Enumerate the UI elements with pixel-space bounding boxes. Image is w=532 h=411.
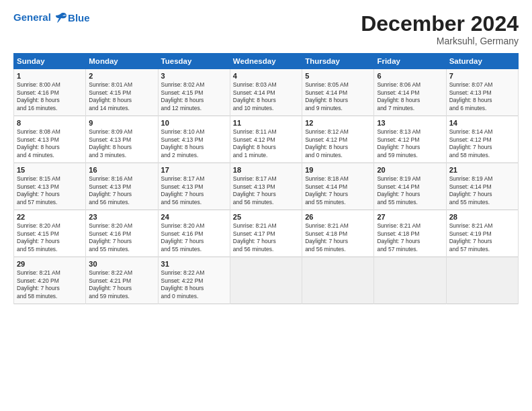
calendar-cell: 21Sunrise: 8:19 AM Sunset: 4:14 PM Dayli… bbox=[446, 163, 518, 210]
day-info-text: Sunrise: 8:21 AM Sunset: 4:18 PM Dayligh… bbox=[305, 222, 371, 253]
day-info-text: Sunrise: 8:16 AM Sunset: 4:13 PM Dayligh… bbox=[89, 175, 154, 206]
calendar-cell: 12Sunrise: 8:12 AM Sunset: 4:12 PM Dayli… bbox=[302, 116, 374, 163]
month-title: December 2024 bbox=[361, 12, 519, 36]
day-number: 1 bbox=[17, 72, 83, 80]
calendar-cell bbox=[230, 257, 302, 304]
day-header-row: Sunday Monday Tuesday Wednesday Thursday… bbox=[14, 54, 519, 69]
calendar-week-row: 1Sunrise: 8:00 AM Sunset: 4:16 PM Daylig… bbox=[14, 69, 519, 116]
day-info-text: Sunrise: 8:22 AM Sunset: 4:22 PM Dayligh… bbox=[161, 269, 227, 300]
day-number: 24 bbox=[161, 213, 227, 221]
calendar-week-row: 15Sunrise: 8:15 AM Sunset: 4:13 PM Dayli… bbox=[14, 163, 519, 210]
title-area: December 2024 Marksuhl, Germany bbox=[361, 12, 519, 46]
calendar-cell: 14Sunrise: 8:14 AM Sunset: 4:12 PM Dayli… bbox=[446, 116, 518, 163]
calendar-cell: 1Sunrise: 8:00 AM Sunset: 4:16 PM Daylig… bbox=[14, 69, 86, 116]
calendar-page: General Blue December 2024 Marksuhl, Ger… bbox=[0, 0, 532, 411]
day-number: 11 bbox=[233, 119, 299, 127]
header-saturday: Saturday bbox=[446, 54, 518, 69]
day-info-text: Sunrise: 8:07 AM Sunset: 4:13 PM Dayligh… bbox=[449, 81, 515, 112]
calendar-cell: 24Sunrise: 8:20 AM Sunset: 4:16 PM Dayli… bbox=[158, 210, 230, 257]
day-number: 21 bbox=[449, 166, 515, 174]
header: General Blue December 2024 Marksuhl, Ger… bbox=[13, 12, 519, 46]
calendar-cell: 18Sunrise: 8:17 AM Sunset: 4:13 PM Dayli… bbox=[230, 163, 302, 210]
calendar-cell: 22Sunrise: 8:20 AM Sunset: 4:15 PM Dayli… bbox=[14, 210, 86, 257]
calendar-week-row: 8Sunrise: 8:08 AM Sunset: 4:13 PM Daylig… bbox=[14, 116, 519, 163]
header-thursday: Thursday bbox=[302, 54, 374, 69]
calendar-cell bbox=[302, 257, 374, 304]
calendar-cell: 27Sunrise: 8:21 AM Sunset: 4:18 PM Dayli… bbox=[374, 210, 446, 257]
calendar-cell: 17Sunrise: 8:17 AM Sunset: 4:13 PM Dayli… bbox=[158, 163, 230, 210]
day-number: 20 bbox=[377, 166, 443, 174]
day-info-text: Sunrise: 8:20 AM Sunset: 4:16 PM Dayligh… bbox=[161, 222, 227, 253]
day-number: 19 bbox=[305, 166, 371, 174]
day-number: 6 bbox=[377, 72, 443, 80]
day-number: 13 bbox=[377, 119, 443, 127]
day-info-text: Sunrise: 8:03 AM Sunset: 4:14 PM Dayligh… bbox=[233, 81, 299, 112]
calendar-cell: 13Sunrise: 8:13 AM Sunset: 4:12 PM Dayli… bbox=[374, 116, 446, 163]
calendar-cell: 4Sunrise: 8:03 AM Sunset: 4:14 PM Daylig… bbox=[230, 69, 302, 116]
day-info-text: Sunrise: 8:17 AM Sunset: 4:13 PM Dayligh… bbox=[161, 175, 227, 206]
day-info-text: Sunrise: 8:22 AM Sunset: 4:21 PM Dayligh… bbox=[89, 269, 154, 300]
calendar-cell: 11Sunrise: 8:11 AM Sunset: 4:12 PM Dayli… bbox=[230, 116, 302, 163]
calendar-cell: 20Sunrise: 8:19 AM Sunset: 4:14 PM Dayli… bbox=[374, 163, 446, 210]
calendar-week-row: 29Sunrise: 8:21 AM Sunset: 4:20 PM Dayli… bbox=[14, 257, 519, 304]
day-number: 29 bbox=[17, 260, 83, 268]
logo: General Blue bbox=[13, 12, 90, 24]
day-number: 30 bbox=[89, 260, 154, 268]
day-info-text: Sunrise: 8:13 AM Sunset: 4:12 PM Dayligh… bbox=[377, 128, 443, 159]
day-number: 4 bbox=[233, 72, 299, 80]
day-number: 16 bbox=[89, 166, 154, 174]
day-info-text: Sunrise: 8:05 AM Sunset: 4:14 PM Dayligh… bbox=[305, 81, 371, 112]
day-info-text: Sunrise: 8:11 AM Sunset: 4:12 PM Dayligh… bbox=[233, 128, 299, 159]
day-number: 28 bbox=[449, 213, 515, 221]
calendar-cell: 31Sunrise: 8:22 AM Sunset: 4:22 PM Dayli… bbox=[158, 257, 230, 304]
calendar-cell: 15Sunrise: 8:15 AM Sunset: 4:13 PM Dayli… bbox=[14, 163, 86, 210]
day-info-text: Sunrise: 8:08 AM Sunset: 4:13 PM Dayligh… bbox=[17, 128, 83, 159]
day-number: 14 bbox=[449, 119, 515, 127]
calendar-cell: 10Sunrise: 8:10 AM Sunset: 4:13 PM Dayli… bbox=[158, 116, 230, 163]
day-number: 15 bbox=[17, 166, 83, 174]
day-info-text: Sunrise: 8:20 AM Sunset: 4:16 PM Dayligh… bbox=[89, 222, 154, 253]
day-info-text: Sunrise: 8:17 AM Sunset: 4:13 PM Dayligh… bbox=[233, 175, 299, 206]
day-info-text: Sunrise: 8:12 AM Sunset: 4:12 PM Dayligh… bbox=[305, 128, 371, 159]
calendar-cell: 9Sunrise: 8:09 AM Sunset: 4:13 PM Daylig… bbox=[86, 116, 158, 163]
logo-general: General bbox=[13, 11, 51, 23]
day-number: 31 bbox=[161, 260, 227, 268]
day-info-text: Sunrise: 8:18 AM Sunset: 4:14 PM Dayligh… bbox=[305, 175, 371, 206]
calendar-cell: 30Sunrise: 8:22 AM Sunset: 4:21 PM Dayli… bbox=[86, 257, 158, 304]
calendar-cell bbox=[374, 257, 446, 304]
day-info-text: Sunrise: 8:21 AM Sunset: 4:19 PM Dayligh… bbox=[449, 222, 515, 253]
day-info-text: Sunrise: 8:09 AM Sunset: 4:13 PM Dayligh… bbox=[89, 128, 154, 159]
calendar-cell: 19Sunrise: 8:18 AM Sunset: 4:14 PM Dayli… bbox=[302, 163, 374, 210]
day-number: 12 bbox=[305, 119, 371, 127]
calendar-cell: 29Sunrise: 8:21 AM Sunset: 4:20 PM Dayli… bbox=[14, 257, 86, 304]
day-info-text: Sunrise: 8:02 AM Sunset: 4:15 PM Dayligh… bbox=[161, 81, 227, 112]
day-number: 8 bbox=[17, 119, 83, 127]
calendar-cell: 23Sunrise: 8:20 AM Sunset: 4:16 PM Dayli… bbox=[86, 210, 158, 257]
day-info-text: Sunrise: 8:14 AM Sunset: 4:12 PM Dayligh… bbox=[449, 128, 515, 159]
logo-blue: Blue bbox=[68, 13, 90, 24]
header-monday: Monday bbox=[86, 54, 158, 69]
day-number: 17 bbox=[161, 166, 227, 174]
day-number: 2 bbox=[89, 72, 154, 80]
day-number: 10 bbox=[161, 119, 227, 127]
day-number: 25 bbox=[233, 213, 299, 221]
day-number: 27 bbox=[377, 213, 443, 221]
day-info-text: Sunrise: 8:21 AM Sunset: 4:18 PM Dayligh… bbox=[377, 222, 443, 253]
calendar-cell: 3Sunrise: 8:02 AM Sunset: 4:15 PM Daylig… bbox=[158, 69, 230, 116]
calendar-cell: 16Sunrise: 8:16 AM Sunset: 4:13 PM Dayli… bbox=[86, 163, 158, 210]
header-wednesday: Wednesday bbox=[230, 54, 302, 69]
day-info-text: Sunrise: 8:10 AM Sunset: 4:13 PM Dayligh… bbox=[161, 128, 227, 159]
calendar-cell: 25Sunrise: 8:21 AM Sunset: 4:17 PM Dayli… bbox=[230, 210, 302, 257]
calendar-cell: 5Sunrise: 8:05 AM Sunset: 4:14 PM Daylig… bbox=[302, 69, 374, 116]
header-tuesday: Tuesday bbox=[158, 54, 230, 69]
day-number: 5 bbox=[305, 72, 371, 80]
calendar-cell bbox=[446, 257, 518, 304]
calendar-cell: 7Sunrise: 8:07 AM Sunset: 4:13 PM Daylig… bbox=[446, 69, 518, 116]
day-number: 18 bbox=[233, 166, 299, 174]
location: Marksuhl, Germany bbox=[361, 36, 519, 46]
day-info-text: Sunrise: 8:21 AM Sunset: 4:17 PM Dayligh… bbox=[233, 222, 299, 253]
calendar-week-row: 22Sunrise: 8:20 AM Sunset: 4:15 PM Dayli… bbox=[14, 210, 519, 257]
day-info-text: Sunrise: 8:00 AM Sunset: 4:16 PM Dayligh… bbox=[17, 81, 83, 112]
day-number: 26 bbox=[305, 213, 371, 221]
logo-text: General Blue bbox=[13, 12, 90, 24]
